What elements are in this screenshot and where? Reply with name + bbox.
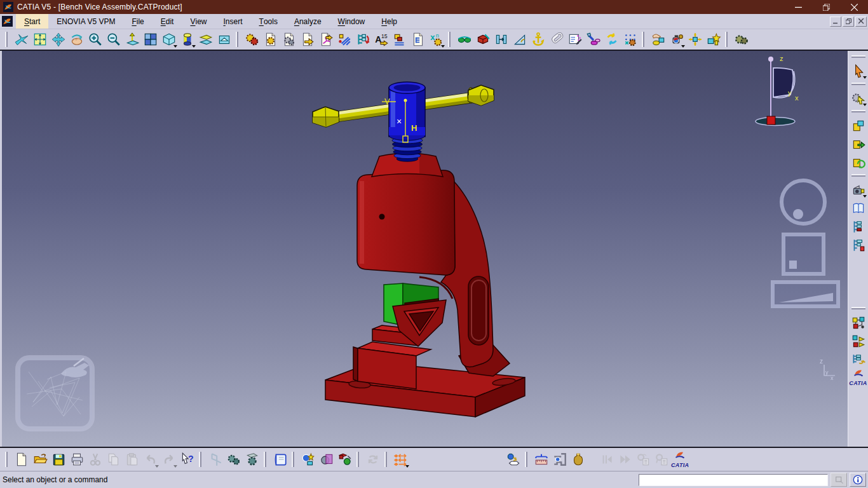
angle-constraint-button[interactable]	[510, 30, 529, 49]
knowledgeware-seat-button[interactable]	[206, 451, 224, 469]
catalog-browser-bottom-button[interactable]	[271, 451, 289, 469]
toolbar-grip[interactable]	[292, 452, 296, 467]
restore-button[interactable]	[812, 0, 840, 14]
menu-insert[interactable]: Insert	[215, 14, 251, 29]
existing-component-with-positioning-button[interactable]	[316, 30, 335, 49]
toolbar-grip[interactable]	[236, 32, 240, 47]
toolbar-grip[interactable]	[851, 174, 865, 179]
offset-constraint-button[interactable]	[492, 30, 510, 49]
toolbar-grip[interactable]	[5, 32, 10, 47]
document-close-button[interactable]	[855, 17, 867, 27]
quick-print-button[interactable]	[67, 451, 86, 469]
document-restore-button[interactable]	[843, 17, 854, 27]
dropdown-arrow-icon[interactable]	[405, 465, 409, 468]
multi-instantiation-button[interactable]: xn	[427, 30, 445, 49]
manage-representations-button[interactable]	[409, 30, 427, 49]
assembly-features-button[interactable]	[850, 332, 867, 350]
dropdown-arrow-icon[interactable]	[863, 195, 867, 198]
new-document-button[interactable]	[12, 451, 31, 469]
toolbar-grip[interactable]	[199, 452, 203, 467]
dropdown-arrow-icon[interactable]	[173, 465, 177, 468]
menu-help[interactable]: Help	[373, 14, 405, 29]
pan-button[interactable]	[49, 30, 67, 49]
minimize-button[interactable]	[784, 0, 812, 14]
menu-view[interactable]: View	[182, 14, 215, 29]
toolbar-grip[interactable]	[725, 32, 729, 47]
change-constraint-button[interactable]	[584, 30, 602, 49]
measure-thickness-button[interactable]	[550, 451, 569, 469]
existing-component-button[interactable]	[298, 30, 316, 49]
toolbar-grip[interactable]	[384, 452, 389, 467]
fast-multi-instantiation-button[interactable]	[335, 30, 353, 49]
constraint-creation-palette-button[interactable]	[391, 451, 410, 469]
toolbar-grip[interactable]	[525, 452, 529, 467]
fix-together-button[interactable]	[547, 30, 566, 49]
specification-tree-tools-button[interactable]	[850, 351, 867, 369]
update-assembly-button[interactable]	[732, 30, 750, 49]
measure-between-button[interactable]	[504, 451, 522, 469]
menu-enovia-v5-vpm[interactable]: ENOVIA V5 VPM	[48, 14, 123, 29]
isometric-view-button[interactable]	[159, 30, 178, 49]
screw-head[interactable]	[389, 82, 425, 140]
document-minimize-button[interactable]	[830, 17, 841, 27]
measure-item-button[interactable]	[532, 451, 550, 469]
dropdown-arrow-icon[interactable]	[681, 45, 685, 48]
menu-edit[interactable]: Edit	[153, 14, 182, 29]
contact-constraint-button[interactable]	[473, 30, 492, 49]
new-product-button[interactable]	[261, 30, 280, 49]
menu-analyze[interactable]: Analyze	[286, 14, 330, 29]
dropdown-arrow-icon[interactable]	[173, 45, 177, 48]
shading-mode-button[interactable]	[178, 30, 196, 49]
constraints-graph-tree-button[interactable]	[850, 236, 867, 254]
save-button[interactable]	[49, 451, 67, 469]
toolbar-grip[interactable]	[851, 307, 865, 311]
compass[interactable]: z y x	[756, 55, 799, 126]
fit-all-in-button[interactable]	[31, 30, 49, 49]
export-document-button[interactable]	[850, 135, 867, 153]
toolbar-grip[interactable]	[851, 55, 865, 60]
explode-button[interactable]	[686, 30, 704, 49]
toolbar-grip[interactable]	[642, 32, 646, 47]
select-button[interactable]	[850, 62, 867, 80]
measure-inertia-button[interactable]	[569, 451, 587, 469]
menu-file[interactable]: File	[123, 14, 152, 29]
toolbar-grip[interactable]	[356, 452, 361, 467]
selective-load-button[interactable]	[390, 30, 409, 49]
assembly-components-button[interactable]	[850, 314, 867, 332]
normal-view-button[interactable]	[123, 30, 141, 49]
vice-body-block[interactable]	[357, 170, 455, 299]
reuse-pattern-button[interactable]	[621, 30, 639, 49]
graph-tree-reordering-button[interactable]	[353, 30, 372, 49]
render-tools-button[interactable]	[850, 181, 867, 199]
swap-visible-space-button[interactable]	[215, 30, 233, 49]
design-table-button[interactable]	[243, 451, 261, 469]
menu-tools[interactable]: Tools	[251, 14, 286, 29]
generate-numbering-button[interactable]: A15	[372, 30, 390, 49]
toolbar-grip[interactable]	[851, 110, 865, 114]
menu-start[interactable]: Start	[16, 14, 48, 29]
new-component-button[interactable]	[243, 30, 261, 49]
dropdown-arrow-icon[interactable]	[863, 104, 867, 106]
coincidence-constraint-button[interactable]	[455, 30, 473, 49]
fix-component-button[interactable]	[529, 30, 547, 49]
create-multi-view-button[interactable]	[141, 30, 159, 49]
dropdown-arrow-icon[interactable]	[155, 465, 159, 468]
info-button[interactable]	[850, 473, 866, 487]
dropdown-arrow-icon[interactable]	[863, 76, 867, 79]
open-catalog-box-button[interactable]	[850, 117, 867, 135]
dropdown-arrow-icon[interactable]	[192, 45, 196, 48]
whats-this-help-button[interactable]: ?	[178, 451, 196, 469]
toolbar-grip[interactable]	[448, 32, 452, 47]
formulas-button[interactable]	[224, 451, 243, 469]
clash-analysis-button[interactable]	[667, 30, 686, 49]
zoom-out-button[interactable]	[104, 30, 123, 49]
toolbar-grip[interactable]	[851, 83, 865, 87]
fly-mode-button[interactable]	[12, 30, 31, 49]
viewport-3d[interactable]: V × H z y x	[2, 51, 848, 447]
product-graph-tree-button[interactable]	[850, 218, 867, 236]
snap-button[interactable]	[602, 30, 621, 49]
toolbar-grip[interactable]	[5, 452, 10, 467]
close-button[interactable]	[840, 0, 868, 14]
clash-detection-button[interactable]	[299, 451, 317, 469]
distance-band-analysis-button[interactable]	[336, 451, 354, 469]
